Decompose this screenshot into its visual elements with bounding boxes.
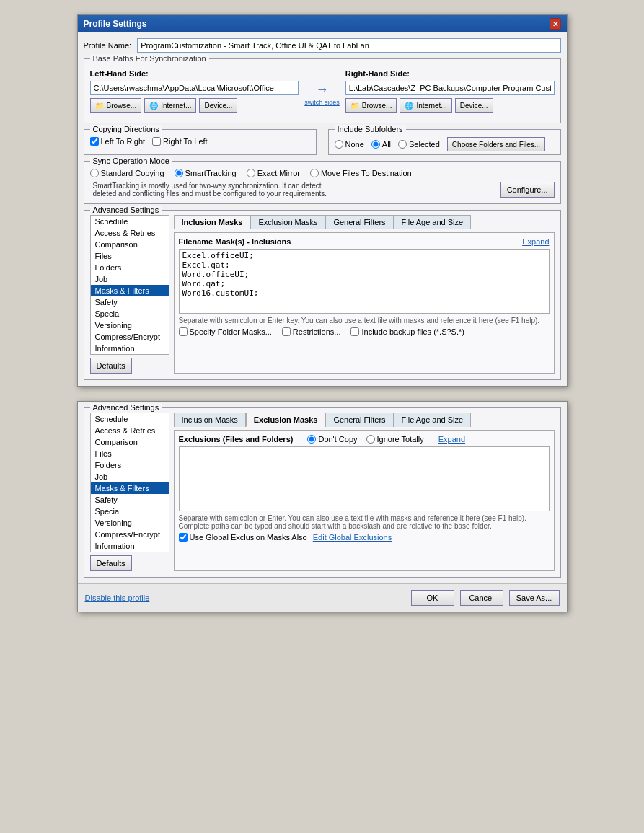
all-option[interactable]: All	[371, 140, 391, 149]
nav-access-retries[interactable]: Access & Retries	[91, 227, 169, 239]
expand-link-2[interactable]: Expand	[438, 435, 465, 444]
defaults-button[interactable]: Defaults	[90, 358, 132, 374]
folder-icon: 📁	[95, 102, 104, 110]
inclusion-tab-content: Filename Mask(s) - Inclusions Expand Exc…	[174, 232, 555, 374]
configure-button[interactable]: Configure...	[500, 182, 555, 198]
nav-schedule[interactable]: Schedule	[91, 216, 169, 227]
nav2-schedule[interactable]: Schedule	[91, 413, 169, 425]
tab-exclusion-masks[interactable]: Exclusion Masks	[250, 215, 325, 229]
nav2-job[interactable]: Job	[91, 471, 169, 482]
filename-masks-label: Filename Mask(s) - Inclusions	[179, 237, 291, 246]
choose-folders-button[interactable]: Choose Folders and Files...	[447, 137, 545, 151]
left-side-label: Left-Hand Side:	[90, 69, 299, 78]
right-device-button[interactable]: Device...	[455, 98, 493, 113]
nav2-masks-filters[interactable]: Masks & Filters	[91, 482, 169, 494]
nav-versioning[interactable]: Versioning	[91, 319, 169, 331]
right-side-label: Right-Hand Side:	[345, 69, 555, 78]
profile-name-label: Profile Name:	[84, 41, 132, 50]
save-as-button[interactable]: Save As...	[509, 590, 560, 606]
nav-information[interactable]: Information	[91, 343, 169, 354]
expand-link[interactable]: Expand	[522, 237, 549, 246]
arrow-switch-area: → switch sides	[304, 69, 340, 106]
nav2-folders[interactable]: Folders	[91, 459, 169, 471]
smart-tracking-option[interactable]: SmartTracking	[175, 169, 237, 177]
tab2-exclusion-masks[interactable]: Exclusion Masks	[246, 413, 326, 427]
globe-icon: 🌐	[149, 102, 158, 110]
advanced-settings-label-2: Advanced Settings	[90, 403, 162, 412]
tabs-row-2: Inclusion Masks Exclusion Masks General …	[174, 413, 555, 427]
move-files-option[interactable]: Move Files To Destination	[310, 169, 412, 177]
tab2-inclusion-masks[interactable]: Inclusion Masks	[174, 413, 246, 427]
right-path-input[interactable]	[345, 81, 555, 95]
cancel-button[interactable]: Cancel	[460, 590, 503, 606]
exact-mirror-option[interactable]: Exact Mirror	[247, 169, 300, 177]
base-paths-label: Base Paths For Synchronization	[90, 54, 209, 63]
profile-settings-dialog: Profile Settings ✕ Profile Name: Base Pa…	[77, 14, 568, 387]
nav2-access-retries[interactable]: Access & Retries	[91, 425, 169, 436]
nav-safety[interactable]: Safety	[91, 296, 169, 308]
ignore-totally-option[interactable]: Ignore Totally	[366, 435, 424, 444]
inclusion-textarea[interactable]: Excel.officeUI; Excel.qat; Word.officeUI…	[179, 249, 550, 314]
nav-compress-encrypt[interactable]: Compress/Encrypt	[91, 331, 169, 343]
nav-job[interactable]: Job	[91, 273, 169, 285]
selected-option[interactable]: Selected	[398, 140, 440, 149]
nav-comparison[interactable]: Comparison	[91, 239, 169, 250]
right-browse-button[interactable]: 📁 Browse...	[345, 98, 397, 113]
edit-global-exclusions-link[interactable]: Edit Global Exclusions	[313, 533, 392, 542]
nav2-files[interactable]: Files	[91, 448, 169, 459]
nav-masks-filters[interactable]: Masks & Filters	[91, 285, 169, 296]
dialog-title: Profile Settings	[84, 19, 147, 29]
nav2-safety[interactable]: Safety	[91, 494, 169, 506]
tab-general-filters[interactable]: General Filters	[325, 215, 393, 229]
nav2-information[interactable]: Information	[91, 540, 169, 552]
excl-hint: Separate with semicolon or Enter. You ca…	[179, 514, 550, 530]
specify-folder-masks-option[interactable]: Specify Folder Masks...	[179, 327, 272, 336]
left-device-button[interactable]: Device...	[199, 98, 237, 113]
tab-inclusion-masks[interactable]: Inclusion Masks	[174, 215, 251, 229]
nav2-special[interactable]: Special	[91, 506, 169, 517]
nav2-compress-encrypt[interactable]: Compress/Encrypt	[91, 529, 169, 540]
close-button[interactable]: ✕	[550, 18, 561, 30]
left-path-input[interactable]	[90, 81, 299, 95]
use-global-exclusion-option[interactable]: Use Global Exclusion Masks Also	[179, 533, 307, 542]
ok-button[interactable]: OK	[411, 590, 454, 606]
none-option[interactable]: None	[335, 140, 364, 149]
disable-profile-link[interactable]: Disable this profile	[85, 594, 150, 602]
standard-copying-option[interactable]: Standard Copying	[90, 169, 164, 177]
second-dialog: Advanced Settings Schedule Access & Retr…	[77, 401, 568, 612]
nav-files[interactable]: Files	[91, 250, 169, 262]
tab2-general-filters[interactable]: General Filters	[325, 413, 393, 427]
globe-icon-right: 🌐	[405, 102, 413, 110]
exclusion-tab-content: Exclusions (Files and Folders) Don't Cop…	[174, 430, 555, 571]
dont-copy-option[interactable]: Don't Copy	[307, 435, 357, 444]
arrow-icon: →	[316, 82, 329, 97]
defaults-button-2[interactable]: Defaults	[90, 555, 132, 571]
right-internet-button[interactable]: 🌐 Internet...	[400, 98, 451, 113]
sync-mode-label: Sync Operation Mode	[90, 157, 172, 165]
left-browse-button[interactable]: 📁 Browse...	[90, 98, 142, 113]
restrictions-option[interactable]: Restrictions...	[282, 327, 341, 336]
nav-special[interactable]: Special	[91, 308, 169, 319]
switch-sides-link[interactable]: switch sides	[304, 99, 340, 106]
tab-file-age-size[interactable]: File Age and Size	[394, 215, 472, 229]
left-to-right-option[interactable]: Left To Right	[90, 137, 146, 146]
profile-name-input[interactable]	[137, 38, 560, 53]
folder-icon-right: 📁	[350, 102, 359, 110]
copying-directions-label: Copying Directions	[90, 125, 162, 133]
nav2-comparison[interactable]: Comparison	[91, 436, 169, 448]
left-nav: Schedule Access & Retries Comparison Fil…	[90, 215, 169, 355]
exclusions-label: Exclusions (Files and Folders)	[179, 435, 294, 444]
sync-mode-desc: SmartTracking is mostly used for two-way…	[90, 182, 327, 198]
exclusion-textarea[interactable]	[179, 446, 550, 511]
bottom-bar: Disable this profile OK Cancel Save As..…	[78, 583, 567, 612]
nav-folders[interactable]: Folders	[91, 262, 169, 273]
nav2-versioning[interactable]: Versioning	[91, 517, 169, 529]
left-nav-2: Schedule Access & Retries Comparison Fil…	[90, 413, 169, 552]
include-backup-option[interactable]: Include backup files (*.S?S.*)	[350, 327, 464, 336]
tabs-row: Inclusion Masks Exclusion Masks General …	[174, 215, 555, 229]
include-subfolders-label: Include Subfolders	[335, 125, 406, 133]
right-to-left-option[interactable]: Right To Left	[152, 137, 208, 146]
tab2-file-age-size[interactable]: File Age and Size	[394, 413, 472, 427]
advanced-settings-label: Advanced Settings	[90, 206, 162, 214]
left-internet-button[interactable]: 🌐 Internet...	[144, 98, 196, 113]
